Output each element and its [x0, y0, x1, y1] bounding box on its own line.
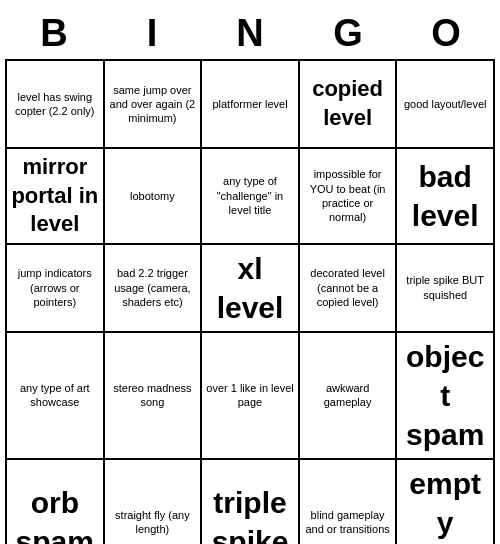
- bingo-cell[interactable]: level has swing copter (2.2 only): [7, 61, 105, 149]
- bingo-cell[interactable]: same jump over and over again (2 minimum…: [105, 61, 203, 149]
- bingo-cell[interactable]: straight fly (any length): [105, 460, 203, 544]
- bingo-cell[interactable]: stereo madness song: [105, 333, 203, 460]
- bingo-grid: level has swing copter (2.2 only)same ju…: [5, 59, 495, 544]
- bingo-header: B I N G O: [5, 8, 495, 59]
- bingo-cell[interactable]: any type of "challenge" in level title: [202, 149, 300, 245]
- bingo-cell[interactable]: copied level: [300, 61, 398, 149]
- bingo-cell[interactable]: awkward gameplay: [300, 333, 398, 460]
- bingo-cell[interactable]: bad 2.2 trigger usage (camera, shaders e…: [105, 245, 203, 333]
- bingo-card: B I N G O level has swing copter (2.2 on…: [5, 8, 495, 544]
- header-b: B: [5, 8, 103, 59]
- bingo-cell[interactable]: platformer level: [202, 61, 300, 149]
- bingo-cell[interactable]: blind gameplay and or transitions: [300, 460, 398, 544]
- bingo-cell[interactable]: mirror portal in level: [7, 149, 105, 245]
- header-g: G: [299, 8, 397, 59]
- header-o: O: [397, 8, 495, 59]
- bingo-cell[interactable]: xl level: [202, 245, 300, 333]
- bingo-cell[interactable]: empty level: [397, 460, 495, 544]
- bingo-cell[interactable]: good layout/level: [397, 61, 495, 149]
- bingo-cell[interactable]: any type of art showcase: [7, 333, 105, 460]
- bingo-cell[interactable]: over 1 like in level page: [202, 333, 300, 460]
- bingo-cell[interactable]: impossible for YOU to beat (in practice …: [300, 149, 398, 245]
- bingo-cell[interactable]: decorated level (cannot be a copied leve…: [300, 245, 398, 333]
- bingo-cell[interactable]: object spam: [397, 333, 495, 460]
- bingo-cell[interactable]: jump indicators (arrows or pointers): [7, 245, 105, 333]
- header-i: I: [103, 8, 201, 59]
- bingo-cell[interactable]: orb spam: [7, 460, 105, 544]
- bingo-cell[interactable]: triple spike BUT squished: [397, 245, 495, 333]
- bingo-cell[interactable]: lobotomy: [105, 149, 203, 245]
- bingo-cell[interactable]: triple spike: [202, 460, 300, 544]
- bingo-cell[interactable]: bad level: [397, 149, 495, 245]
- header-n: N: [201, 8, 299, 59]
